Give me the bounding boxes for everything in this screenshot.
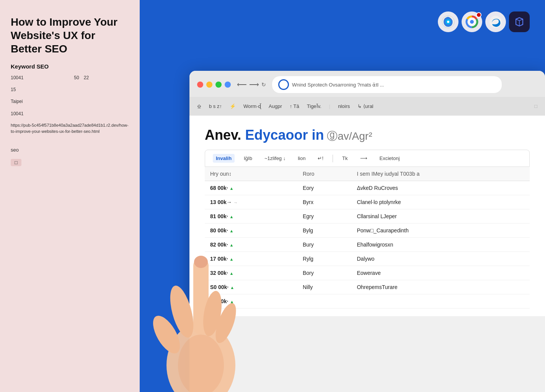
title-prefix: Anev. [205, 127, 245, 143]
notification-dot [476, 12, 481, 18]
table-row: 32 00k· ▲ Bory Eowerave [205, 266, 530, 280]
forward-icon[interactable]: ⟶ [249, 80, 259, 89]
name-cell: Bylg [297, 224, 352, 238]
desc-cell: Clanel·lo ptolynrke [351, 195, 530, 209]
tag-box: □ [11, 159, 21, 166]
toolbar-arrow[interactable]: ⟶ [357, 154, 370, 163]
site-identity-icon [278, 79, 289, 90]
vol-arrow-icon: → [233, 200, 238, 205]
name-cell: Rylg [297, 252, 352, 266]
table-row: 8F 00k· ▲ [205, 294, 530, 309]
back-icon[interactable]: ⟵ [237, 80, 247, 89]
toolbar-excieton[interactable]: Excietonj [377, 154, 403, 163]
meta-line2: 15 [11, 86, 129, 93]
left-panel: How to Improve Your Website's UX for Bet… [0, 0, 140, 392]
vol-cell: 68 00k· ▲ [205, 181, 297, 195]
col-header-desc: I sem IMey iudyal T003b a [351, 167, 530, 181]
svg-point-12 [148, 312, 185, 358]
tab-2[interactable]: ⚡ [230, 102, 236, 111]
vol-arrow-icon: ▲ [230, 186, 234, 191]
traffic-lights [197, 82, 231, 88]
refresh-icon[interactable]: ↻ [261, 82, 266, 88]
svg-point-5 [470, 20, 474, 24]
desc-cell: OhrepemsTurare [351, 280, 530, 294]
table-row: S0 00k· ▲ Nilly OhrepemsTurare [205, 280, 530, 294]
toolbar-lion[interactable]: lion [295, 154, 308, 163]
edge-icon [485, 11, 506, 32]
tab-0[interactable]: ⎒ [197, 101, 201, 112]
desc-cell [351, 294, 530, 309]
vol-arrow-icon: ▲ [230, 271, 234, 276]
toolbar-tk[interactable]: Tk [339, 154, 351, 163]
extra-button[interactable] [225, 82, 231, 88]
right-panel: ⟵ ⟶ ↻ Wnind Sprotech Ovsarroning ?rnats … [140, 0, 545, 392]
vol-cell: 82 00k· ▲ [205, 238, 297, 252]
desc-cell: Ehalfowigrosxn [351, 238, 530, 252]
app-dark-icon [509, 11, 530, 32]
desc-cell: Dalywo [351, 252, 530, 266]
vol-arrow-icon: ▲ [230, 214, 234, 219]
name-cell: Nilly [297, 280, 352, 294]
chrome-icon [462, 11, 482, 32]
table-row: 80 00k· ▲ Bylg Ponw□_Caurapedinth [205, 224, 530, 238]
tab-ta[interactable]: ↑ Tā [290, 102, 299, 111]
vol-cell: 81 00k· ▲ [205, 209, 297, 224]
tab-ural[interactable]: ↳ ⟨ural [357, 102, 373, 111]
tab-tiger[interactable]: Tigel̈v. [307, 102, 321, 111]
title-sub: ⓖav/Agr² [324, 130, 372, 142]
table-header-row: Hry oun↕ Roro I sem IMey iudyal T003b a [205, 167, 530, 181]
vol-arrow-icon: ▲ [230, 285, 234, 290]
toolbar-separator [333, 155, 333, 162]
keyword-label: Keyword SEO [11, 63, 129, 70]
title-main: Edycaoor in [245, 127, 324, 143]
nav-buttons: ⟵ ⟶ ↻ [237, 80, 266, 89]
table-row: 68 00k· ▲ Eory ΔvkeD RuCroves [205, 181, 530, 195]
name-cell: Egry [297, 209, 352, 224]
table-row: 82 00k· ▲ Bury Ehalfowigrosxn [205, 238, 530, 252]
article-title: How to Improve Your Website's UX for Bet… [11, 15, 129, 56]
meta-code: 10041 [11, 110, 129, 118]
vol-cell: 32 00k· ▲ [205, 266, 297, 280]
tag-text: seo [11, 147, 19, 153]
browser-window: ⟵ ⟶ ↻ Wnind Sprotech Ovsarroning ?rnats … [189, 71, 545, 392]
col-header-vol: Hry oun↕ [205, 167, 297, 181]
meta-city: Taipei [11, 98, 129, 105]
vol-cell: 80 00k· ▲ [205, 224, 297, 238]
tab-nloirs[interactable]: nloirs [338, 102, 350, 111]
name-cell: Byrx [297, 195, 352, 209]
col-header-roro: Roro [297, 167, 352, 181]
content-title: Anev. Edycaoor in ⓖav/Agr² [205, 127, 530, 144]
tag-label: seo [11, 147, 129, 153]
name-cell [297, 294, 352, 309]
svg-point-2 [447, 21, 449, 23]
tab-augpr[interactable]: Augpr [269, 102, 282, 111]
minimize-button[interactable] [206, 82, 212, 88]
firefox-icon [438, 11, 459, 32]
vol-cell: S0 00k· ▲ [205, 280, 297, 294]
name-cell: Bory [297, 266, 352, 280]
maximize-button[interactable] [215, 82, 222, 88]
browser-icons [438, 11, 530, 32]
desc-cell: Cllarsinal LJeper [351, 209, 530, 224]
vol-arrow-icon: ▲ [230, 229, 234, 233]
tab-bar: ⎒ b s z↑ ⚡ Worm·ɖ̈ Augpr ↑ Tā Tigel̈v. |… [189, 97, 545, 116]
desc-cell: ΔvkeD RuCroves [351, 181, 530, 195]
vol-cell: 8F 00k· ▲ [205, 294, 297, 309]
table-row: 17 00k· ▲ Rylg Dalywo [205, 252, 530, 266]
toolbar-invalih[interactable]: Invalih [213, 154, 235, 163]
close-button[interactable] [197, 82, 203, 88]
article-url: https://pub-5c454f571b8e40a3a2aad27ade84… [11, 122, 129, 135]
toolbar-enter[interactable]: ↵! [315, 154, 326, 163]
name-cell: Eory [297, 181, 352, 195]
vol-arrow-icon: ▲ [230, 243, 234, 247]
table-toolbar: Invalih lg̈Ib ~1zlifeg ↓ lion ↵! Tk ⟶ Ex… [205, 150, 530, 167]
vol-arrow-icon: ▲ [230, 299, 234, 304]
toolbar-filter[interactable]: ~1zlifeg ↓ [261, 154, 289, 163]
toolbar-lgib[interactable]: lg̈Ib [241, 154, 255, 163]
tab-1[interactable]: b s z↑ [209, 102, 222, 111]
address-bar[interactable]: Wnind Sprotech Ovsarroning ?rnats α̈tl .… [272, 76, 502, 93]
browser-chrome-bar: ⟵ ⟶ ↻ Wnind Sprotech Ovsarroning ?rnats … [189, 71, 545, 97]
desc-cell: Ponw□_Caurapedinth [351, 224, 530, 238]
desc-cell: Eowerave [351, 266, 530, 280]
tab-worm[interactable]: Worm·ɖ̈ [243, 102, 261, 111]
